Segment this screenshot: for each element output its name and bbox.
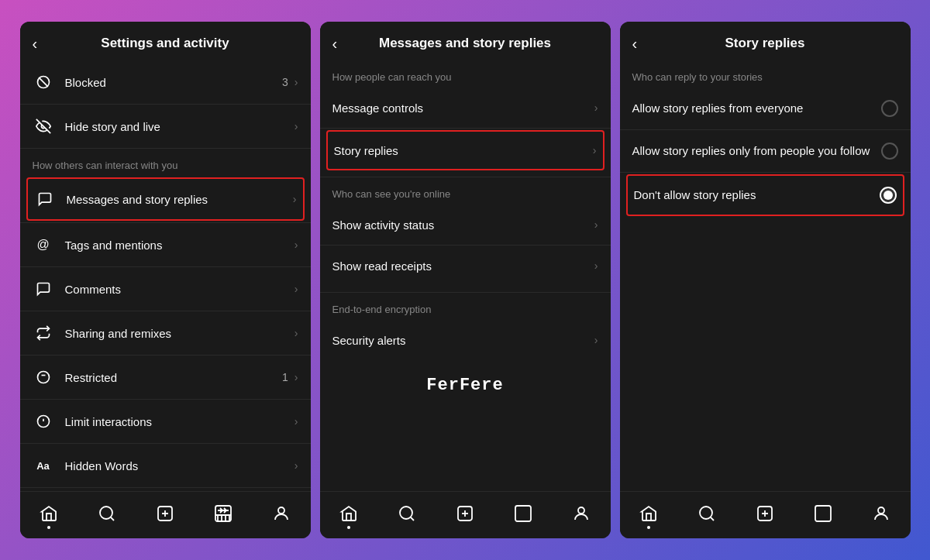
svg-line-30 (711, 517, 714, 520)
back-button-panel1[interactable]: ‹ (33, 35, 38, 53)
section-encryption-label: End-to-end encryption (320, 293, 611, 320)
blocked-chevron: › (294, 76, 298, 88)
panel3-header: ‹ Story replies (620, 22, 911, 60)
back-button-panel2[interactable]: ‹ (332, 35, 338, 53)
svg-point-35 (878, 507, 884, 514)
section-reach-label: How people can reach you (320, 60, 611, 88)
nav2-search[interactable] (393, 500, 421, 527)
option-everyone[interactable]: Allow story replies from everyone (620, 88, 911, 129)
story-replies-chevron: › (593, 144, 597, 156)
panel1-content: Blocked 3 › Hide story and live › How ot… (20, 60, 311, 491)
security-alerts-chevron: › (594, 334, 598, 346)
nav2-profile[interactable] (567, 500, 595, 527)
hide-story-chevron: › (294, 120, 298, 132)
activity-status-item[interactable]: Show activity status › (320, 204, 611, 245)
option-following-label: Allow story replies only from people you… (632, 143, 881, 159)
restricted-label: Restricted (65, 371, 283, 384)
svg-point-10 (100, 507, 112, 519)
messages-chevron: › (293, 193, 297, 205)
nav-add[interactable] (151, 500, 179, 527)
comments-label: Comments (65, 283, 294, 296)
panel3-content: Who can reply to your stories Allow stor… (620, 60, 911, 491)
option-none-label: Don't allow story replies (634, 187, 880, 203)
panel-messages: ‹ Messages and story replies How people … (320, 22, 611, 538)
panel2-header: ‹ Messages and story replies (320, 22, 611, 60)
restricted-chevron: › (294, 371, 298, 383)
message-controls-item[interactable]: Message controls › (320, 88, 611, 128)
hide-story-label: Hide story and live (65, 120, 294, 133)
nav3-add[interactable] (751, 500, 779, 527)
panel-settings: ‹ Settings and activity Blocked 3 › (20, 22, 311, 538)
nav3-profile[interactable] (867, 500, 895, 527)
hide-story-icon (33, 115, 54, 137)
nav2-reels[interactable] (509, 500, 537, 527)
nav3-home[interactable] (635, 500, 663, 527)
limit-icon (33, 411, 54, 432)
radio-none (880, 187, 897, 204)
panel3-bottom-nav (620, 491, 911, 538)
nav-reels[interactable] (209, 500, 237, 527)
svg-point-22 (400, 507, 412, 519)
read-receipts-label: Show read receipts (332, 259, 594, 273)
back-button-panel3[interactable]: ‹ (632, 35, 638, 53)
svg-line-1 (39, 77, 48, 87)
option-none[interactable]: Don't allow story replies (626, 174, 904, 216)
nav2-add[interactable] (451, 500, 479, 527)
tags-icon: @ (33, 234, 54, 256)
comments-icon (33, 278, 54, 300)
message-controls-label: Message controls (332, 101, 594, 115)
panel2-title: Messages and story replies (379, 36, 551, 51)
hidden-words-label: Hidden Words (65, 459, 294, 472)
restricted-badge: 1 (282, 371, 288, 383)
story-replies-item[interactable]: Story replies › (326, 130, 604, 170)
svg-line-11 (111, 517, 114, 520)
svg-line-23 (411, 517, 414, 520)
nav-search[interactable] (93, 500, 121, 527)
radio-everyone (881, 100, 898, 117)
panel2-content: How people can reach you Message control… (320, 60, 611, 491)
svg-point-3 (37, 372, 49, 383)
menu-item-messages[interactable]: Messages and story replies › (26, 177, 305, 221)
menu-item-comments[interactable]: Comments › (20, 267, 311, 311)
limit-chevron: › (294, 415, 298, 428)
messages-label: Messages and story replies (67, 193, 293, 206)
panel1-title: Settings and activity (101, 36, 229, 51)
menu-item-blocked[interactable]: Blocked 3 › (20, 60, 311, 104)
menu-item-sharing[interactable]: Sharing and remixes › (20, 311, 311, 355)
nav3-reels[interactable] (809, 500, 837, 527)
watermark: FerFere (320, 360, 611, 403)
sharing-chevron: › (294, 327, 298, 339)
messages-icon (34, 188, 56, 210)
section-online-label: Who can see you're online (320, 177, 611, 204)
activity-status-label: Show activity status (332, 218, 594, 232)
svg-point-29 (700, 507, 712, 519)
svg-rect-27 (515, 506, 531, 521)
activity-status-chevron: › (594, 218, 598, 231)
nav2-home[interactable] (335, 500, 363, 527)
menu-item-restricted[interactable]: Restricted 1 › (20, 356, 311, 399)
option-following[interactable]: Allow story replies only from people you… (620, 130, 911, 172)
security-alerts-item[interactable]: Security alerts › (320, 320, 611, 360)
panel2-bottom-nav (320, 491, 611, 538)
radio-following (881, 143, 898, 160)
nav3-search[interactable] (693, 500, 721, 527)
menu-item-tags[interactable]: @ Tags and mentions › (20, 223, 311, 266)
restricted-icon (33, 366, 54, 388)
blocked-icon (33, 71, 54, 93)
menu-item-hidden-words[interactable]: Aa Hidden Words › (20, 444, 311, 487)
nav-home[interactable] (35, 500, 63, 527)
blocked-badge: 3 (282, 76, 288, 88)
message-controls-chevron: › (594, 101, 598, 114)
read-receipts-item[interactable]: Show read receipts › (320, 246, 611, 286)
svg-point-21 (278, 507, 284, 514)
tags-chevron: › (294, 239, 298, 251)
sharing-icon (33, 322, 54, 344)
nav-profile[interactable] (267, 500, 295, 527)
panel1-header: ‹ Settings and activity (20, 22, 311, 60)
who-can-reply-label: Who can reply to your stories (620, 60, 911, 88)
menu-item-limit[interactable]: Limit interactions › (20, 400, 311, 443)
menu-item-follow[interactable]: Follow and invite friends › (20, 488, 311, 491)
menu-item-hide-story[interactable]: Hide story and live › (20, 105, 311, 148)
tags-label: Tags and mentions (65, 239, 294, 252)
option-everyone-label: Allow story replies from everyone (632, 101, 881, 116)
